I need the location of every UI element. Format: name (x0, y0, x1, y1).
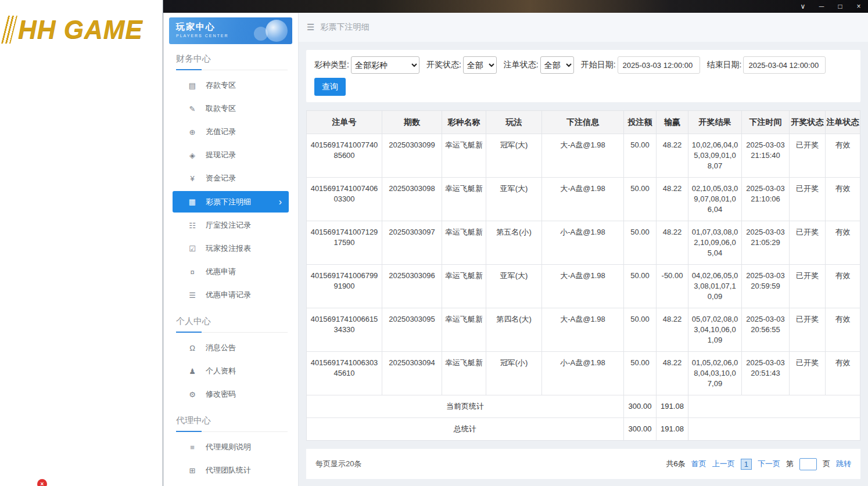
draw-status-label: 开奖状态: (426, 60, 461, 70)
main-content: ☰ 彩票下注明细 彩种类型: 全部彩种 开奖状态: 全部 (299, 13, 868, 486)
query-button[interactable]: 查询 (314, 78, 346, 96)
table-cell: 401569174100712917590 (307, 221, 382, 265)
summary-bet-total: 300.00 (624, 395, 657, 418)
table-cell: 2025-03-03 20:56:55 (742, 308, 790, 352)
table-row: 40156917410071291759020250303097幸运飞艇新第五名… (307, 221, 860, 265)
sidebar-item-team-stats[interactable]: ⊞代理团队统计 (173, 459, 289, 482)
sidebar-item-label: 个人资料 (206, 366, 236, 376)
prev-page-link[interactable]: 上一页 (712, 459, 735, 469)
sidebar-item-withdrawal-record[interactable]: ◈提现记录 (173, 143, 289, 167)
table-header-row: 注单号期数彩种名称玩法下注信息投注额输赢开奖结果下注时间开奖状态注单状态 (307, 111, 860, 134)
window-maximize-button[interactable]: □ (831, 0, 849, 13)
end-date-input[interactable] (743, 56, 826, 74)
window-minimize-button[interactable]: ─ (812, 0, 831, 13)
table-cell: 幸运飞艇新 (442, 221, 486, 265)
table-cell: 01,05,02,06,08,04,03,10,07,09 (688, 352, 742, 395)
column-header: 彩种名称 (442, 111, 486, 134)
table-cell: 401569174100630345610 (307, 352, 382, 395)
table-cell: 401569174100679991900 (307, 265, 382, 308)
current-page-indicator[interactable]: 1 (741, 459, 752, 470)
table-cell: 48.22 (657, 221, 688, 265)
window-close-button[interactable]: × (849, 0, 868, 13)
column-header: 开奖状态 (790, 111, 826, 134)
page-jump-input[interactable] (799, 458, 817, 470)
table-cell: 大-A盘@1.98 (542, 178, 624, 221)
table-cell: 20250303098 (382, 178, 442, 221)
next-page-link[interactable]: 下一页 (758, 459, 780, 469)
sidebar-item-label: 资金记录 (206, 173, 236, 183)
table-cell: 20250303095 (382, 308, 442, 352)
jump-link[interactable]: 跳转 (836, 459, 851, 469)
sidebar-item-label: 取款专区 (206, 103, 236, 114)
table-cell: 幸运飞艇新 (442, 308, 486, 352)
sidebar-item-lottery-bet-detail[interactable]: ▦彩票下注明细› (173, 191, 289, 213)
page-prefix-label: 第 (786, 459, 794, 469)
sidebar-item-promo-record[interactable]: ☰优惠申请记录 (173, 283, 289, 307)
sidebar-nav: 财务中心▤存款专区✎取款专区⊕充值记录◈提现记录¥资金记录▦彩票下注明细›☷厅室… (163, 44, 298, 486)
table-cell: 冠军(小) (486, 352, 542, 395)
summary-spacer (688, 418, 860, 441)
promo-apply-icon: ¤ (188, 268, 197, 276)
table-cell: 大-A盘@1.98 (542, 265, 624, 308)
table-cell: 幸运飞艇新 (442, 352, 486, 395)
content-body: 彩种类型: 全部彩种 开奖状态: 全部 注单状态: 全部 (299, 42, 868, 486)
left-panel: HH GAME × (0, 0, 163, 486)
titlebar: ∨ ─ □ × (163, 0, 868, 13)
logo-text: HH GAME (18, 15, 143, 44)
sidebar: 玩家中心 PLAYERS CENTER 财务中心▤存款专区✎取款专区⊕充值记录◈… (163, 13, 299, 486)
bet-table: 注单号期数彩种名称玩法下注信息投注额输赢开奖结果下注时间开奖状态注单状态 401… (306, 110, 860, 441)
first-page-link[interactable]: 首页 (691, 459, 706, 469)
sidebar-item-withdraw[interactable]: ✎取款专区 (173, 97, 289, 120)
table-cell: 50.00 (624, 178, 657, 221)
lottery-type-select[interactable]: 全部彩种 (351, 56, 419, 74)
sidebar-item-document[interactable]: ≡代理规则说明 (173, 435, 289, 459)
table-cell: 20250303094 (382, 352, 442, 395)
table-cell: 20250303097 (382, 221, 442, 265)
app-body: 玩家中心 PLAYERS CENTER 财务中心▤存款专区✎取款专区⊕充值记录◈… (163, 13, 868, 486)
table-cell: 2025-03-03 20:59:59 (742, 265, 790, 308)
sidebar-item-hall-bet-record[interactable]: ☷厅室投注记录 (173, 214, 289, 237)
column-header: 开奖结果 (688, 111, 742, 134)
page-title: 彩票下注明细 (320, 22, 369, 33)
sidebar-item-deposit[interactable]: ▤存款专区 (173, 74, 289, 97)
sidebar-item-player-bet-report[interactable]: ☑玩家投注报表 (173, 237, 289, 260)
window-menu-chevron-icon[interactable]: ∨ (794, 0, 812, 13)
table-cell: 20250303096 (382, 265, 442, 308)
summary-winloss-total: 191.08 (657, 395, 688, 418)
summary-row: 当前页统计300.00191.08 (307, 395, 860, 418)
table-cell: 有效 (826, 352, 860, 395)
sidebar-item-gear[interactable]: ⚙修改密码 (173, 383, 289, 406)
table-cell: 48.22 (657, 352, 688, 395)
sidebar-item-funds-record[interactable]: ¥资金记录 (173, 167, 289, 190)
table-cell: 大-A盘@1.98 (542, 308, 624, 352)
logo-bars-icon (1, 16, 17, 44)
table-cell: 50.00 (624, 352, 657, 395)
table-cell: 小-A盘@1.98 (542, 221, 624, 265)
column-header: 投注额 (624, 111, 657, 134)
sidebar-item-label: 优惠申请 (206, 267, 236, 277)
end-date-label: 结束日期: (707, 60, 742, 70)
funds-record-icon: ¥ (188, 174, 197, 183)
content-header: ☰ 彩票下注明细 (299, 13, 868, 42)
draw-status-select[interactable]: 全部 (463, 56, 497, 74)
table-cell: 已开奖 (790, 221, 826, 265)
sidebar-item-user[interactable]: ♟个人资料 (173, 359, 289, 383)
sidebar-item-bell[interactable]: Ω消息公告 (173, 336, 289, 359)
bet-status-select[interactable]: 全部 (540, 56, 574, 74)
start-date-input[interactable] (618, 56, 700, 74)
sidebar-item-label: 提现记录 (206, 150, 236, 160)
table-cell: 有效 (826, 134, 860, 178)
table-cell: 已开奖 (790, 134, 826, 178)
table-cell: 48.22 (657, 134, 688, 178)
menu-icon[interactable]: ☰ (307, 22, 314, 33)
sidebar-item-label: 优惠申请记录 (206, 290, 251, 300)
section-title: 个人中心 (176, 316, 288, 333)
filter-actions: 查询 (314, 78, 852, 96)
error-badge-icon[interactable]: × (37, 479, 47, 486)
screen: HH GAME × ∨ ─ □ × 玩家中心 PLAYERS CENTER 财务… (0, 0, 868, 486)
table-cell: 幸运飞艇新 (442, 265, 486, 308)
sidebar-header: 玩家中心 PLAYERS CENTER (169, 17, 292, 44)
sidebar-item-promo-apply[interactable]: ¤优惠申请 (173, 260, 289, 283)
table-cell: 2025-03-03 21:05:29 (742, 221, 790, 265)
sidebar-item-recharge-record[interactable]: ⊕充值记录 (173, 120, 289, 143)
